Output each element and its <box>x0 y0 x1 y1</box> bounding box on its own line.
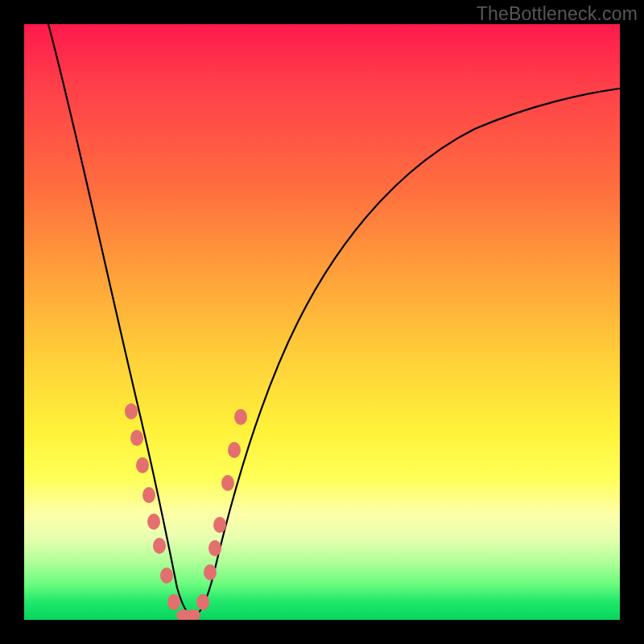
svg-point-1 <box>130 430 143 446</box>
chart-frame: TheBottleneck.com <box>0 0 644 644</box>
svg-point-6 <box>160 568 173 584</box>
svg-point-11 <box>204 564 217 580</box>
svg-point-15 <box>228 442 241 458</box>
svg-point-16 <box>234 409 247 425</box>
chart-plot-area <box>24 24 620 620</box>
svg-point-3 <box>142 487 155 503</box>
svg-point-10 <box>196 594 209 610</box>
svg-point-5 <box>153 538 166 554</box>
svg-point-13 <box>213 517 226 533</box>
svg-point-0 <box>125 403 138 419</box>
svg-point-4 <box>147 514 160 530</box>
bottleneck-curve-svg <box>24 24 620 620</box>
svg-point-2 <box>136 457 149 473</box>
svg-point-12 <box>208 540 221 556</box>
bottleneck-curve <box>48 24 620 616</box>
watermark-text: TheBottleneck.com <box>477 3 638 25</box>
svg-point-14 <box>221 475 234 491</box>
svg-point-7 <box>167 594 180 610</box>
